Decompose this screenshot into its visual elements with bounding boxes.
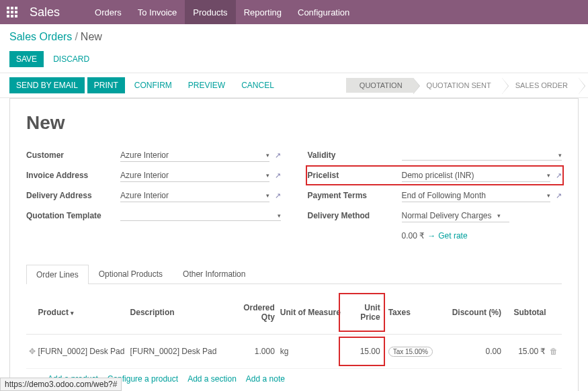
external-link-icon[interactable]: ↗	[275, 191, 281, 200]
col-subtotal: Subtotal	[501, 308, 546, 317]
preview-button[interactable]: PREVIEW	[181, 77, 232, 93]
delivery-address-label: Delivery Address	[26, 191, 120, 200]
col-uom: Unit of Measure	[275, 308, 341, 317]
add-note-link[interactable]: Add a note	[246, 374, 285, 384]
col-description: Description	[130, 308, 229, 317]
tabs: Order Lines Optional Products Other Info…	[26, 264, 562, 284]
drag-handle-icon[interactable]: ✥	[26, 347, 38, 356]
breadcrumb-current: New	[81, 31, 102, 42]
chevron-down-icon[interactable]: ▾	[71, 310, 74, 316]
chevron-down-icon[interactable]: ▾	[266, 172, 269, 179]
add-section-link[interactable]: Add a section	[187, 374, 237, 384]
table-row[interactable]: ✥ [FURN_0002] Desk Pad [FURN_0002] Desk …	[26, 335, 562, 369]
confirm-button[interactable]: CONFIRM	[128, 77, 179, 93]
breadcrumb-parent[interactable]: Sales Orders	[9, 31, 72, 42]
form-sheet: New Customer Azure Interior▾ ↗ Invoice A…	[9, 98, 579, 391]
chevron-down-icon[interactable]: ▾	[497, 212, 501, 219]
menu-configuration[interactable]: Configuration	[290, 0, 358, 24]
pricelist-label: Pricelist	[308, 171, 402, 180]
page-title: New	[26, 112, 562, 134]
apps-icon[interactable]	[7, 7, 17, 17]
chevron-down-icon[interactable]: ▾	[547, 172, 550, 179]
external-link-icon[interactable]: ↗	[556, 171, 562, 180]
status-sales-order[interactable]: SALES ORDER	[502, 78, 579, 93]
validity-label: Validity	[308, 150, 402, 160]
form-right-col: Validity ▾ Pricelist Demo pricelist (INR…	[308, 147, 562, 248]
status-quotation[interactable]: QUOTATION	[346, 78, 413, 93]
invoice-address-label: Invoice Address	[26, 171, 120, 180]
cell-subtotal: 15.00 ₹	[501, 347, 546, 356]
order-lines-grid: Product ▾ Description Ordered Qty Unit o…	[26, 291, 562, 389]
trash-icon[interactable]: 🗑	[546, 347, 562, 356]
pricelist-field[interactable]: Demo pricelist (INR)▾	[402, 169, 551, 182]
top-menu: Orders To Invoice Products Reporting Con…	[87, 0, 358, 24]
get-rate-link[interactable]: Get rate	[438, 231, 467, 241]
menu-products[interactable]: Products	[185, 0, 235, 24]
chevron-down-icon[interactable]: ▾	[266, 152, 269, 159]
tab-order-lines[interactable]: Order Lines	[26, 265, 89, 284]
cell-discount[interactable]: 0.00	[442, 347, 501, 356]
col-ordered-qty: Ordered Qty	[228, 303, 275, 322]
validity-field[interactable]: ▾	[402, 150, 562, 161]
customer-label: Customer	[26, 150, 120, 160]
quotation-template-field[interactable]: ▾	[120, 211, 281, 221]
invoice-address-field[interactable]: Azure Interior▾	[120, 169, 269, 182]
statusbar: QUOTATION QUOTATION SENT SALES ORDER	[346, 78, 579, 93]
payment-terms-field[interactable]: End of Following Month▾	[402, 189, 551, 202]
col-discount: Discount (%)	[442, 308, 501, 317]
menu-orders[interactable]: Orders	[87, 0, 130, 24]
form-left-col: Customer Azure Interior▾ ↗ Invoice Addre…	[26, 147, 281, 248]
delivery-method-label: Delivery Method	[308, 211, 402, 220]
chevron-down-icon[interactable]: ▾	[547, 192, 550, 199]
cell-qty[interactable]: 1.000	[228, 347, 275, 356]
toolbar: SEND BY EMAIL PRINT CONFIRM PREVIEW CANC…	[0, 73, 588, 98]
tab-optional-products[interactable]: Optional Products	[89, 264, 173, 284]
cell-description[interactable]: [FURN_0002] Desk Pad	[130, 347, 229, 356]
cancel-button[interactable]: CANCEL	[235, 77, 281, 93]
arrow-right-icon: →	[427, 231, 435, 241]
delivery-method-field[interactable]: Normal Delivery Charges▾	[402, 210, 509, 222]
print-button[interactable]: PRINT	[87, 77, 125, 93]
chevron-down-icon[interactable]: ▾	[278, 212, 281, 219]
breadcrumb-bar: Sales Orders/New	[0, 24, 588, 47]
breadcrumb: Sales Orders/New	[9, 31, 579, 43]
discard-button[interactable]: DISCARD	[46, 51, 96, 67]
status-quotation-sent[interactable]: QUOTATION SENT	[413, 78, 502, 93]
col-product: Product	[38, 308, 69, 317]
chevron-down-icon[interactable]: ▾	[558, 152, 562, 159]
tab-other-information[interactable]: Other Information	[173, 264, 255, 284]
menu-reporting[interactable]: Reporting	[236, 0, 290, 24]
delivery-address-field[interactable]: Azure Interior▾	[120, 189, 269, 202]
status-url: https://demo3.odoo.com/web?#	[0, 378, 122, 391]
send-email-button[interactable]: SEND BY EMAIL	[9, 77, 85, 93]
menu-to-invoice[interactable]: To Invoice	[130, 0, 185, 24]
topbar: Sales Orders To Invoice Products Reporti…	[0, 0, 588, 24]
save-row: SAVE DISCARD	[0, 47, 588, 73]
payment-terms-label: Payment Terms	[308, 191, 402, 200]
chevron-down-icon[interactable]: ▾	[266, 192, 269, 199]
rate-readout: 0.00 ₹→Get rate	[402, 230, 562, 243]
app-title: Sales	[30, 5, 60, 19]
cell-taxes[interactable]: Tax 15.00%	[383, 347, 442, 357]
cell-uom[interactable]: kg	[275, 347, 341, 356]
quotation-template-label: Quotation Template	[26, 211, 120, 220]
cell-product[interactable]: [FURN_0002] Desk Pad	[38, 347, 130, 356]
external-link-icon[interactable]: ↗	[556, 191, 562, 200]
cell-unit-price[interactable]: 15.00	[341, 339, 383, 364]
save-button[interactable]: SAVE	[9, 51, 44, 67]
external-link-icon[interactable]: ↗	[275, 151, 281, 160]
col-taxes: Taxes	[383, 308, 442, 317]
col-unit-price: Unit Price	[341, 295, 383, 330]
external-link-icon[interactable]: ↗	[275, 171, 281, 180]
customer-field[interactable]: Azure Interior▾	[120, 149, 269, 162]
